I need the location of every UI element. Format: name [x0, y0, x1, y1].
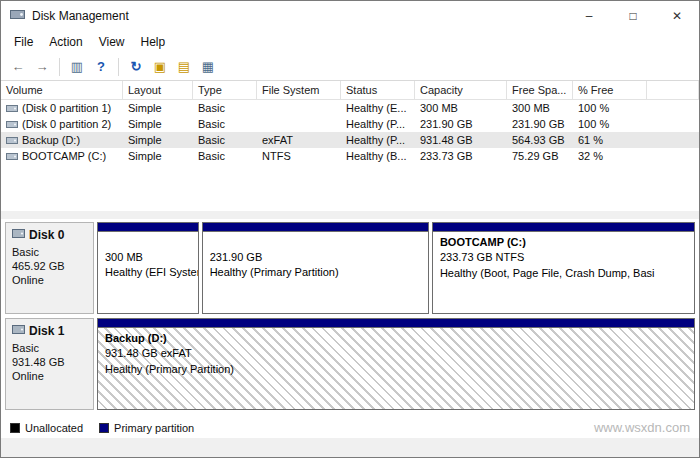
cell-pct-free: 61 % — [573, 132, 647, 148]
cell-status: Healthy (P... — [341, 132, 415, 148]
partition-efi[interactable]: 300 MB Healthy (EFI Syster — [97, 222, 199, 314]
cell-file-system — [257, 116, 341, 132]
partition-size: 231.90 GB — [210, 250, 421, 265]
help-icon[interactable]: ? — [90, 56, 112, 78]
graphical-view: Disk 0 Basic 465.92 GB Online 300 MB Hea… — [1, 219, 699, 417]
volume-icon — [6, 102, 18, 114]
app-icon — [10, 7, 25, 25]
menu-file[interactable]: File — [6, 33, 41, 51]
primary-partition-swatch-icon — [99, 423, 109, 433]
column-header-layout[interactable]: Layout — [123, 81, 193, 100]
column-header-file-system[interactable]: File System — [257, 81, 341, 100]
disk-icon — [12, 323, 25, 339]
partition-status: Healthy (Primary Partition) — [210, 265, 421, 280]
partition-name: BOOTCAMP (C:) — [440, 235, 687, 250]
cell-volume: Backup (D:) — [22, 132, 80, 148]
cell-free-space: 300 MB — [507, 100, 573, 116]
cell-free-space: 231.90 GB — [507, 116, 573, 132]
partition-status: Healthy (EFI Syster — [105, 265, 191, 280]
partition-size: 931.48 GB exFAT — [105, 346, 687, 361]
cell-capacity: 931.48 GB — [415, 132, 507, 148]
disk-row-1: Disk 1 Basic 931.48 GB Online Backup (D:… — [5, 318, 695, 410]
forward-icon[interactable]: → — [31, 56, 53, 78]
partition-bootcamp[interactable]: BOOTCAMP (C:) 233.73 GB NTFS Healthy (Bo… — [432, 222, 695, 314]
legend-primary-partition: Primary partition — [99, 422, 194, 434]
view-options-icon[interactable]: ▤ — [173, 56, 195, 78]
watermark: www.wsxdn.com — [594, 420, 690, 435]
minimize-button[interactable]: – — [567, 1, 611, 31]
window-controls: – □ ✕ — [567, 1, 699, 31]
disk-size: 931.48 GB — [12, 356, 87, 368]
disk-kind: Basic — [12, 246, 87, 258]
partition-color-band — [433, 223, 694, 232]
volume-icon — [6, 134, 18, 146]
rescan-disks-icon[interactable]: ▣ — [149, 56, 171, 78]
partition-color-band — [98, 223, 198, 232]
disk-status: Online — [12, 274, 87, 286]
disk-management-window: Disk Management – □ ✕ File Action View H… — [0, 0, 700, 458]
maximize-button[interactable]: □ — [611, 1, 655, 31]
toolbar: ← → ▥ ? ↻ ▣ ▤ ▦ — [1, 53, 699, 81]
partition-size: 300 MB — [105, 250, 191, 265]
disk-size: 465.92 GB — [12, 260, 87, 272]
menu-action[interactable]: Action — [41, 33, 90, 51]
footer-strip — [1, 438, 699, 457]
title-bar[interactable]: Disk Management – □ ✕ — [1, 1, 699, 31]
volume-list: Volume Layout Type File System Status Ca… — [1, 81, 699, 211]
cell-filler — [647, 148, 699, 164]
legend-label: Primary partition — [114, 422, 194, 434]
console-tree-icon[interactable]: ▥ — [66, 56, 88, 78]
partition-backup-selected[interactable]: Backup (D:) 931.48 GB exFAT Healthy (Pri… — [97, 318, 695, 410]
partition-status: Healthy (Boot, Page File, Crash Dump, Ba… — [440, 266, 687, 281]
cell-filler — [647, 116, 699, 132]
cell-layout: Simple — [123, 100, 193, 116]
cell-free-space: 564.93 GB — [507, 132, 573, 148]
disk-label: Disk 0 — [29, 228, 64, 242]
cell-layout: Simple — [123, 148, 193, 164]
column-header-status[interactable]: Status — [341, 81, 415, 100]
column-header-type[interactable]: Type — [193, 81, 257, 100]
back-icon[interactable]: ← — [7, 56, 29, 78]
unallocated-swatch-icon — [10, 423, 20, 433]
properties-icon[interactable]: ▦ — [197, 56, 219, 78]
disk-1-partitions: Backup (D:) 931.48 GB exFAT Healthy (Pri… — [97, 318, 695, 410]
disk-kind: Basic — [12, 342, 87, 354]
cell-status: Healthy (P... — [341, 116, 415, 132]
cell-status: Healthy (E... — [341, 100, 415, 116]
toolbar-separator — [59, 58, 60, 76]
partition-primary[interactable]: 231.90 GB Healthy (Primary Partition) — [202, 222, 429, 314]
cell-type: Basic — [193, 148, 257, 164]
cell-filler — [647, 100, 699, 116]
disk-0-partitions: 300 MB Healthy (EFI Syster 231.90 GB Hea… — [97, 222, 695, 314]
cell-pct-free: 100 % — [573, 100, 647, 116]
menu-view[interactable]: View — [91, 33, 133, 51]
disk-label: Disk 1 — [29, 324, 64, 338]
refresh-icon[interactable]: ↻ — [125, 56, 147, 78]
cell-pct-free: 32 % — [573, 148, 647, 164]
cell-volume: BOOTCAMP (C:) — [22, 148, 106, 164]
menu-help[interactable]: Help — [133, 33, 174, 51]
cell-capacity: 233.73 GB — [415, 148, 507, 164]
cell-type: Basic — [193, 132, 257, 148]
column-header-capacity[interactable]: Capacity — [415, 81, 507, 100]
cell-file-system: exFAT — [257, 132, 341, 148]
column-header-free-space[interactable]: Free Spa... — [507, 81, 573, 100]
pane-splitter[interactable] — [1, 211, 699, 219]
cell-pct-free: 100 % — [573, 116, 647, 132]
partition-color-band — [203, 223, 428, 232]
cell-volume: (Disk 0 partition 2) — [22, 116, 111, 132]
partition-name: Backup (D:) — [105, 331, 687, 346]
cell-volume: (Disk 0 partition 1) — [22, 100, 111, 116]
column-header-volume[interactable]: Volume — [1, 81, 123, 100]
disk-1-panel[interactable]: Disk 1 Basic 931.48 GB Online — [5, 318, 94, 410]
cell-status: Healthy (B... — [341, 148, 415, 164]
column-header-filler — [647, 81, 699, 100]
legend-bar: Unallocated Primary partition www.wsxdn.… — [1, 417, 699, 438]
close-button[interactable]: ✕ — [655, 1, 699, 31]
disk-icon — [12, 227, 25, 243]
cell-free-space: 75.29 GB — [507, 148, 573, 164]
volume-icon — [6, 150, 18, 162]
legend-unallocated: Unallocated — [10, 422, 83, 434]
disk-0-panel[interactable]: Disk 0 Basic 465.92 GB Online — [5, 222, 94, 314]
column-header-pct-free[interactable]: % Free — [573, 81, 647, 100]
